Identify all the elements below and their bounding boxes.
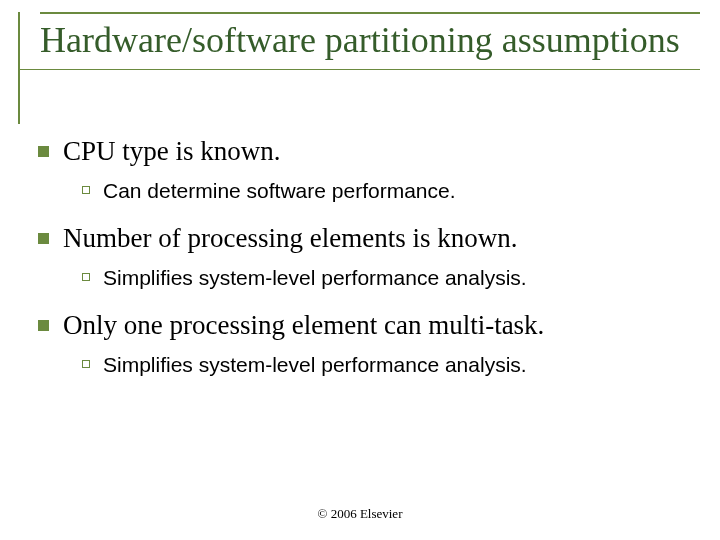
- square-bullet-icon: [38, 320, 49, 331]
- bullet-level2: Simplifies system-level performance anal…: [82, 264, 690, 291]
- bullet-level2: Simplifies system-level performance anal…: [82, 351, 690, 378]
- bullet-text: Only one processing element can multi-ta…: [63, 309, 544, 343]
- footer-copyright: © 2006 Elsevier: [0, 506, 720, 522]
- slide: Hardware/software partitioning assumptio…: [0, 0, 720, 540]
- bullet-level1: Number of processing elements is known.: [38, 222, 690, 256]
- title-rule-left: [18, 12, 20, 124]
- bullet-text: CPU type is known.: [63, 135, 281, 169]
- bullet-level1: CPU type is known.: [38, 135, 690, 169]
- title-rule-bottom: [18, 69, 700, 70]
- title-rule-top: [40, 12, 700, 14]
- hollow-square-bullet-icon: [82, 360, 90, 368]
- square-bullet-icon: [38, 146, 49, 157]
- slide-body: CPU type is known. Can determine softwar…: [38, 135, 690, 396]
- bullet-level1: Only one processing element can multi-ta…: [38, 309, 690, 343]
- sub-bullet-text: Can determine software performance.: [103, 177, 456, 204]
- bullet-level2: Can determine software performance.: [82, 177, 690, 204]
- sub-bullet-text: Simplifies system-level performance anal…: [103, 351, 527, 378]
- bullet-text: Number of processing elements is known.: [63, 222, 517, 256]
- title-region: Hardware/software partitioning assumptio…: [18, 12, 700, 70]
- slide-title: Hardware/software partitioning assumptio…: [18, 16, 700, 67]
- hollow-square-bullet-icon: [82, 273, 90, 281]
- square-bullet-icon: [38, 233, 49, 244]
- sub-bullet-text: Simplifies system-level performance anal…: [103, 264, 527, 291]
- hollow-square-bullet-icon: [82, 186, 90, 194]
